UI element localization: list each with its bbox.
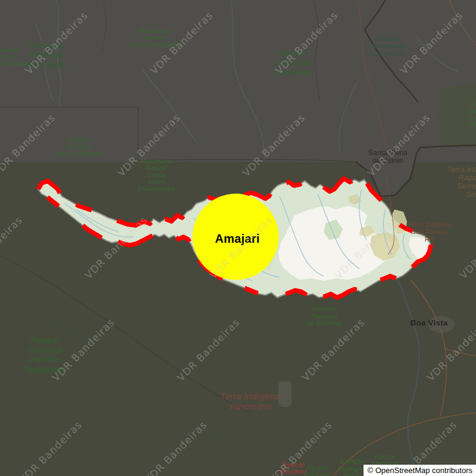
- attribution-link[interactable]: © OpenStreetMap contributors: [368, 466, 473, 475]
- map-canvas[interactable]: mentoturalPaigualidaReservaForestaldel C…: [0, 0, 476, 476]
- region-name-label: Amajari: [215, 232, 259, 246]
- gray-patch: [278, 381, 292, 407]
- monte-roraima-park-area: [438, 83, 476, 150]
- settlement-patch: [428, 316, 455, 333]
- attribution-bar: © OpenStreetMap contributors: [364, 465, 476, 476]
